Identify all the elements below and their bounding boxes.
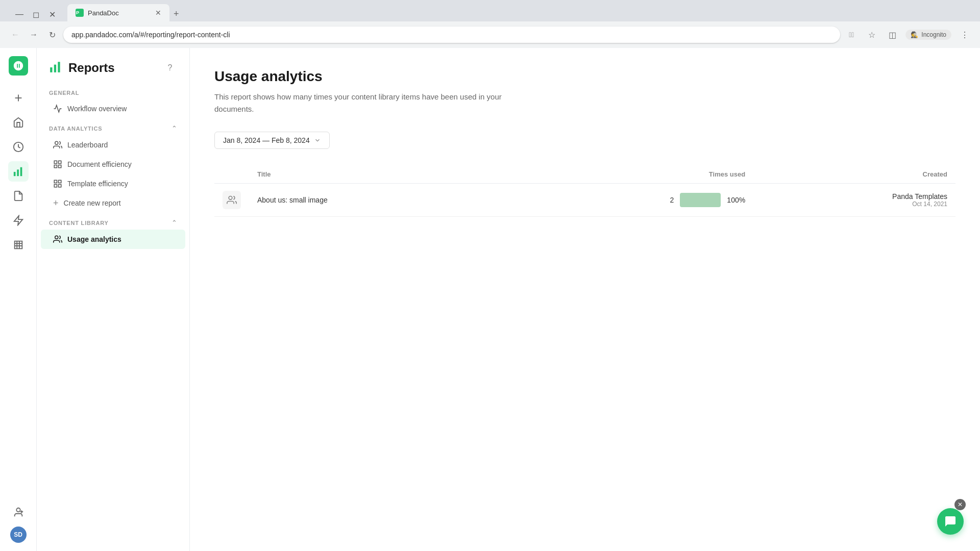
svg-rect-17 [58, 62, 60, 72]
svg-point-28 [229, 196, 232, 200]
section-content-library-header: CONTENT LIBRARY ⌃ [37, 213, 189, 230]
svg-rect-6 [20, 167, 22, 176]
forward-button[interactable]: → [27, 28, 41, 42]
split-view-button[interactable]: ◫ [885, 28, 899, 42]
back-button[interactable]: ← [8, 28, 22, 42]
bookmark-button[interactable]: ☆ [865, 28, 879, 42]
reader-mode-button[interactable]: 👁̸ [844, 28, 859, 42]
section-data-analytics-label: DATA ANALYTICS [49, 126, 102, 132]
browser-chrome: — ◻ ✕ P PandaDoc ✕ + ← → ↻ 👁̸ ☆ ◫ 🕵️ Inc… [0, 0, 980, 48]
more-options-button[interactable]: ⋮ [958, 28, 972, 42]
row-times-used-cell: 2 100% [494, 184, 753, 217]
user-avatar[interactable]: SD [10, 527, 27, 543]
sidebar: Reports ? GENERAL Workflow overview DATA… [37, 48, 190, 551]
document-efficiency-label: Document efficiency [67, 160, 132, 168]
table-header: Title Times used Created [214, 165, 955, 184]
plus-icon: + [53, 198, 59, 208]
svg-rect-22 [59, 165, 61, 168]
nav-documents-button[interactable] [8, 186, 29, 206]
data-analytics-collapse-button[interactable]: ⌃ [172, 124, 177, 132]
sidebar-item-usage-analytics[interactable]: Usage analytics [41, 230, 185, 249]
app-logo[interactable] [9, 56, 28, 76]
chat-support-button[interactable] [937, 508, 964, 535]
times-used-container: 2 100% [502, 193, 745, 207]
svg-point-27 [55, 236, 58, 239]
col-icon [214, 165, 249, 184]
sidebar-title: Reports [68, 61, 115, 75]
progress-bar-container [680, 193, 721, 207]
nav-analytics-button[interactable] [8, 161, 29, 182]
restore-button[interactable]: ◻ [29, 7, 43, 21]
section-data-analytics-header: DATA ANALYTICS ⌃ [37, 118, 189, 135]
users-icon [227, 195, 237, 205]
create-new-report-label: Create new report [64, 199, 121, 207]
tab-title: PandaDoc [88, 9, 151, 17]
usage-analytics-icon [53, 235, 62, 244]
sidebar-item-template-efficiency[interactable]: Template efficiency [41, 174, 185, 193]
sidebar-item-leaderboard[interactable]: Leaderboard [41, 135, 185, 155]
incognito-label: Incognito [921, 31, 946, 38]
created-date: Oct 14, 2021 [762, 201, 947, 208]
nav-tasks-button[interactable] [8, 137, 29, 157]
nav-lightning-button[interactable] [8, 210, 29, 231]
created-by: Panda Templates [762, 192, 947, 201]
col-times-used: Times used [494, 165, 753, 184]
main-content: Usage analytics This report shows how ma… [190, 48, 980, 551]
svg-rect-24 [59, 180, 61, 183]
refresh-button[interactable]: ↻ [45, 28, 59, 42]
nav-add-user-button[interactable] [8, 502, 29, 522]
table-row: About us: small image 2 100% Panda Temp [214, 184, 955, 217]
times-used-count: 2 [670, 196, 674, 204]
template-efficiency-label: Template efficiency [67, 180, 128, 188]
svg-rect-19 [54, 161, 57, 163]
nav-home-button[interactable] [8, 112, 29, 133]
row-created-cell: Panda Templates Oct 14, 2021 [753, 184, 955, 217]
template-efficiency-icon [53, 179, 62, 188]
svg-rect-20 [59, 161, 61, 163]
page-description: This report shows how many times your co… [214, 91, 521, 115]
chat-close-button[interactable]: ✕ [954, 499, 966, 510]
chat-icon [944, 515, 957, 528]
incognito-badge: 🕵️ Incognito [905, 30, 951, 40]
document-efficiency-icon [53, 160, 62, 169]
svg-rect-25 [54, 185, 57, 187]
row-item-icon [223, 191, 241, 209]
incognito-icon: 🕵️ [911, 31, 918, 38]
new-tab-button[interactable]: + [169, 7, 183, 21]
help-button[interactable]: ? [163, 61, 177, 75]
reports-icon [49, 60, 62, 76]
app-container: SD Reports ? GENERAL Workflow overview D… [0, 48, 980, 551]
browser-tab-bar: — ◻ ✕ P PandaDoc ✕ + [0, 0, 980, 21]
usage-analytics-label: Usage analytics [67, 235, 121, 243]
date-filter-label: Jan 8, 2024 — Feb 8, 2024 [223, 136, 310, 144]
browser-controls-bar: ← → ↻ 👁̸ ☆ ◫ 🕵️ Incognito ⋮ [0, 21, 980, 48]
sidebar-item-workflow-overview[interactable]: Workflow overview [41, 99, 185, 118]
browser-tab-pandadoc[interactable]: P PandaDoc ✕ [67, 4, 169, 21]
svg-rect-15 [50, 67, 52, 72]
workflow-overview-label: Workflow overview [67, 105, 127, 113]
content-library-collapse-button[interactable]: ⌃ [172, 219, 177, 227]
sidebar-item-document-efficiency[interactable]: Document efficiency [41, 155, 185, 174]
table-body: About us: small image 2 100% Panda Temp [214, 184, 955, 217]
date-filter-button[interactable]: Jan 8, 2024 — Feb 8, 2024 [214, 132, 330, 149]
nav-contacts-button[interactable] [8, 235, 29, 255]
row-title-cell: About us: small image [249, 184, 494, 217]
address-bar[interactable] [63, 27, 840, 43]
window-controls: — ◻ ✕ [8, 7, 63, 21]
close-window-button[interactable]: ✕ [45, 7, 59, 21]
tab-close-button[interactable]: ✕ [155, 9, 161, 17]
icon-nav: SD [0, 48, 37, 551]
page-title: Usage analytics [214, 68, 955, 85]
col-title: Title [249, 165, 494, 184]
section-general-label: GENERAL [37, 84, 189, 99]
svg-rect-23 [54, 180, 57, 183]
progress-bar-fill [680, 193, 721, 207]
leaderboard-label: Leaderboard [67, 141, 108, 149]
svg-rect-5 [17, 169, 19, 176]
sidebar-header: Reports ? [37, 48, 189, 84]
col-created: Created [753, 165, 955, 184]
minimize-button[interactable]: — [12, 7, 27, 21]
nav-add-button[interactable] [8, 88, 29, 108]
sidebar-item-create-new-report[interactable]: + Create new report [41, 193, 185, 213]
report-table: Title Times used Created About us: small… [214, 165, 955, 217]
